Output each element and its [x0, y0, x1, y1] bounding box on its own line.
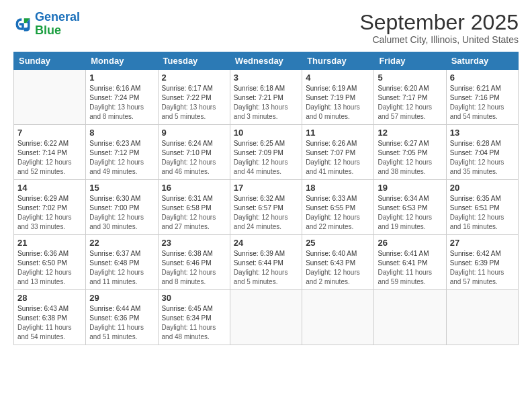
sunrise-text: Sunrise: 6:41 AM — [378, 249, 442, 259]
col-saturday: Saturday — [446, 52, 518, 70]
sunset-text: Sunset: 7:10 PM — [162, 148, 226, 158]
daylight-text: Daylight: 12 hours and 44 minutes. — [234, 158, 298, 177]
sunset-text: Sunset: 7:02 PM — [17, 203, 82, 213]
daylight-text: Daylight: 11 hours and 54 minutes. — [17, 323, 82, 342]
page: General Blue September 2025 Calumet City… — [0, 0, 532, 411]
day-number: 26 — [378, 238, 442, 248]
calendar-cell: 2Sunrise: 6:17 AMSunset: 7:22 PMDaylight… — [158, 70, 230, 125]
day-number: 19 — [378, 183, 442, 193]
day-number: 21 — [17, 238, 82, 248]
calendar-week-5: 28Sunrise: 6:43 AMSunset: 6:38 PMDayligh… — [14, 290, 519, 345]
day-number: 27 — [450, 238, 515, 248]
day-number: 2 — [162, 73, 226, 83]
logo-icon — [13, 15, 32, 34]
calendar-cell: 6Sunrise: 6:21 AMSunset: 7:16 PMDaylight… — [446, 70, 518, 125]
sunrise-text: Sunrise: 6:44 AM — [89, 304, 154, 314]
day-number: 10 — [234, 128, 298, 138]
sunrise-text: Sunrise: 6:17 AM — [162, 84, 226, 93]
sunrise-text: Sunrise: 6:42 AM — [450, 249, 515, 259]
calendar-cell: 9Sunrise: 6:24 AMSunset: 7:10 PMDaylight… — [158, 125, 230, 180]
sunset-text: Sunset: 6:41 PM — [378, 259, 442, 268]
location: Calumet City, Illinois, United States — [359, 34, 519, 45]
daylight-text: Daylight: 13 hours and 3 minutes. — [234, 103, 298, 122]
calendar-cell — [446, 290, 518, 345]
daylight-text: Daylight: 11 hours and 48 minutes. — [162, 323, 226, 342]
sunset-text: Sunset: 7:24 PM — [89, 93, 154, 103]
sunrise-text: Sunrise: 6:43 AM — [17, 304, 82, 314]
day-number: 11 — [306, 128, 370, 138]
sunrise-text: Sunrise: 6:25 AM — [234, 139, 298, 148]
calendar-cell: 29Sunrise: 6:44 AMSunset: 6:36 PMDayligh… — [86, 290, 158, 345]
day-number: 28 — [17, 293, 82, 303]
calendar-cell: 14Sunrise: 6:29 AMSunset: 7:02 PMDayligh… — [14, 180, 86, 235]
sunset-text: Sunset: 6:58 PM — [162, 203, 226, 213]
col-sunday: Sunday — [14, 52, 86, 70]
month-title: September 2025 — [359, 11, 519, 34]
calendar-week-2: 7Sunrise: 6:22 AMSunset: 7:14 PMDaylight… — [14, 125, 519, 180]
calendar-cell: 12Sunrise: 6:27 AMSunset: 7:05 PMDayligh… — [374, 125, 446, 180]
sunset-text: Sunset: 6:53 PM — [378, 203, 442, 213]
sunrise-text: Sunrise: 6:20 AM — [378, 84, 442, 93]
sunset-text: Sunset: 6:39 PM — [450, 259, 515, 268]
daylight-text: Daylight: 11 hours and 51 minutes. — [89, 323, 154, 342]
calendar-week-3: 14Sunrise: 6:29 AMSunset: 7:02 PMDayligh… — [14, 180, 519, 235]
daylight-text: Daylight: 12 hours and 13 minutes. — [17, 268, 82, 287]
col-friday: Friday — [374, 52, 446, 70]
daylight-text: Daylight: 12 hours and 8 minutes. — [162, 268, 226, 287]
header: General Blue September 2025 Calumet City… — [13, 11, 519, 45]
daylight-text: Daylight: 11 hours and 59 minutes. — [378, 268, 442, 287]
sunset-text: Sunset: 6:50 PM — [17, 259, 82, 268]
sunset-text: Sunset: 7:05 PM — [378, 148, 442, 158]
sunset-text: Sunset: 6:34 PM — [162, 314, 226, 323]
sunrise-text: Sunrise: 6:39 AM — [234, 249, 298, 259]
daylight-text: Daylight: 12 hours and 49 minutes. — [89, 158, 154, 177]
sunset-text: Sunset: 7:07 PM — [306, 148, 370, 158]
sunrise-text: Sunrise: 6:38 AM — [162, 249, 226, 259]
calendar-week-1: 1Sunrise: 6:16 AMSunset: 7:24 PMDaylight… — [14, 70, 519, 125]
col-wednesday: Wednesday — [230, 52, 302, 70]
sunrise-text: Sunrise: 6:37 AM — [89, 249, 154, 259]
day-number: 12 — [378, 128, 442, 138]
sunset-text: Sunset: 6:55 PM — [306, 203, 370, 213]
sunrise-text: Sunrise: 6:36 AM — [17, 249, 82, 259]
sunrise-text: Sunrise: 6:23 AM — [89, 139, 154, 148]
sunrise-text: Sunrise: 6:26 AM — [306, 139, 370, 148]
sunrise-text: Sunrise: 6:16 AM — [89, 84, 154, 93]
day-number: 17 — [234, 183, 298, 193]
calendar-cell: 16Sunrise: 6:31 AMSunset: 6:58 PMDayligh… — [158, 180, 230, 235]
calendar-cell: 8Sunrise: 6:23 AMSunset: 7:12 PMDaylight… — [86, 125, 158, 180]
calendar-header-row: Sunday Monday Tuesday Wednesday Thursday… — [14, 52, 519, 70]
calendar-cell — [230, 290, 302, 345]
sunrise-text: Sunrise: 6:32 AM — [234, 194, 298, 203]
sunrise-text: Sunrise: 6:19 AM — [306, 84, 370, 93]
day-number: 22 — [89, 238, 154, 248]
calendar-cell: 24Sunrise: 6:39 AMSunset: 6:44 PMDayligh… — [230, 235, 302, 290]
daylight-text: Daylight: 13 hours and 5 minutes. — [162, 103, 226, 122]
day-number: 13 — [450, 128, 515, 138]
daylight-text: Daylight: 12 hours and 2 minutes. — [306, 268, 370, 287]
daylight-text: Daylight: 12 hours and 24 minutes. — [234, 213, 298, 232]
calendar-cell: 19Sunrise: 6:34 AMSunset: 6:53 PMDayligh… — [374, 180, 446, 235]
sunrise-text: Sunrise: 6:18 AM — [234, 84, 298, 93]
calendar-cell: 25Sunrise: 6:40 AMSunset: 6:43 PMDayligh… — [302, 235, 374, 290]
sunrise-text: Sunrise: 6:30 AM — [89, 194, 154, 203]
sunset-text: Sunset: 6:38 PM — [17, 314, 82, 323]
calendar-cell: 20Sunrise: 6:35 AMSunset: 6:51 PMDayligh… — [446, 180, 518, 235]
sunset-text: Sunset: 7:17 PM — [378, 93, 442, 103]
calendar-cell: 7Sunrise: 6:22 AMSunset: 7:14 PMDaylight… — [14, 125, 86, 180]
sunrise-text: Sunrise: 6:27 AM — [378, 139, 442, 148]
sunset-text: Sunset: 7:09 PM — [234, 148, 298, 158]
sunrise-text: Sunrise: 6:21 AM — [450, 84, 515, 93]
calendar-cell: 15Sunrise: 6:30 AMSunset: 7:00 PMDayligh… — [86, 180, 158, 235]
daylight-text: Daylight: 12 hours and 38 minutes. — [378, 158, 442, 177]
daylight-text: Daylight: 12 hours and 52 minutes. — [17, 158, 82, 177]
day-number: 7 — [17, 128, 82, 138]
day-number: 15 — [89, 183, 154, 193]
daylight-text: Daylight: 12 hours and 16 minutes. — [450, 213, 515, 232]
sunrise-text: Sunrise: 6:29 AM — [17, 194, 82, 203]
calendar-cell: 13Sunrise: 6:28 AMSunset: 7:04 PMDayligh… — [446, 125, 518, 180]
calendar-table: Sunday Monday Tuesday Wednesday Thursday… — [13, 52, 519, 345]
calendar-cell: 17Sunrise: 6:32 AMSunset: 6:57 PMDayligh… — [230, 180, 302, 235]
day-number: 4 — [306, 73, 370, 83]
daylight-text: Daylight: 12 hours and 19 minutes. — [378, 213, 442, 232]
